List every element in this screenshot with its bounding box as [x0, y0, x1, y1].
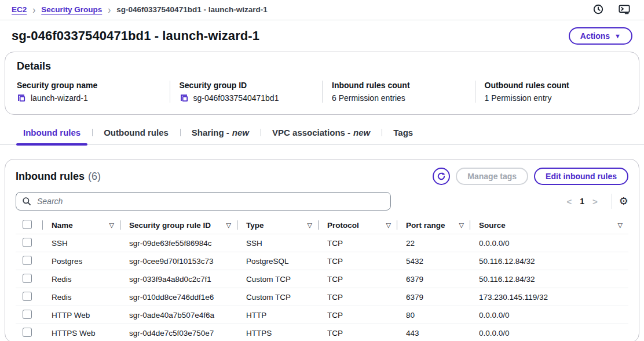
cell-port-range: 6379 — [397, 293, 470, 302]
rule-count: (6) — [88, 170, 101, 182]
cell-rule-id: sgr-033f9a4a8d0c2c7f1 — [120, 275, 237, 284]
breadcrumb-link-security-groups[interactable]: Security Groups — [41, 5, 102, 14]
cell-source: 50.116.12.84/32 — [470, 257, 628, 266]
filter-icon[interactable]: ▽ — [383, 222, 391, 229]
cell-rule-id: sgr-09de63fe55f86984c — [120, 239, 237, 248]
cell-protocol: TCP — [318, 275, 397, 284]
detail-security-group-id: Security group ID sg-046f0337540471bd1 — [170, 81, 323, 103]
select-all-checkbox[interactable] — [23, 220, 32, 229]
divider — [612, 194, 612, 209]
cell-protocol: TCP — [318, 311, 397, 320]
tab-vpc-associations[interactable]: VPC associations -new — [261, 123, 382, 144]
inbound-rules-panel: Inbound rules(6) Manage tags Edit inboun… — [5, 159, 639, 341]
cell-type: PostgreSQL — [237, 257, 318, 266]
details-card: Details Security group name launch-wizar… — [5, 52, 639, 115]
filter-icon[interactable]: ▽ — [106, 222, 114, 229]
cell-name: SSH — [42, 239, 120, 248]
tab-tags[interactable]: Tags — [382, 123, 425, 144]
breadcrumb-link-ec2[interactable]: EC2 — [12, 5, 27, 14]
actions-button[interactable]: Actions ▼ — [569, 27, 632, 45]
breadcrumb: EC2 › Security Groups › sg-046f033754047… — [12, 5, 268, 14]
column-header-protocol[interactable]: Protocol▽ — [318, 216, 397, 234]
panel-title: Inbound rules(6) — [16, 170, 101, 183]
manage-tags-button[interactable]: Manage tags — [456, 168, 528, 185]
cell-type: Custom TCP — [237, 275, 318, 284]
tab-outbound-rules[interactable]: Outbound rules — [92, 123, 180, 144]
detail-value: 6 Permission entries — [332, 93, 405, 103]
cell-protocol: TCP — [318, 329, 397, 338]
edit-inbound-rules-button[interactable]: Edit inbound rules — [534, 168, 628, 185]
breadcrumb-bar: EC2 › Security Groups › sg-046f033754047… — [0, 0, 644, 20]
column-header-rule-id[interactable]: Security group rule ID▽ — [120, 216, 237, 234]
row-checkbox[interactable] — [23, 274, 32, 283]
next-page-icon[interactable]: > — [587, 197, 603, 206]
detail-value: launch-wizard-1 — [31, 93, 88, 103]
filter-icon[interactable]: ▽ — [304, 222, 312, 229]
detail-inbound-rules-count: Inbound rules count 6 Permission entries — [322, 81, 475, 103]
table-row: Postgres sgr-0cee9d70f10153c73 PostgreSQ… — [16, 252, 628, 270]
cell-type: Custom TCP — [237, 293, 318, 302]
column-header-type[interactable]: Type▽ — [237, 216, 318, 234]
row-checkbox[interactable] — [23, 328, 32, 337]
gear-icon[interactable]: ⚙ — [619, 196, 628, 206]
copy-icon[interactable] — [180, 93, 189, 103]
column-header-name[interactable]: Name▽ — [42, 216, 120, 234]
detail-label: Security group ID — [180, 81, 316, 90]
caret-down-icon: ▼ — [614, 32, 621, 39]
page-number[interactable]: 1 — [577, 197, 587, 206]
details-heading: Details — [17, 60, 627, 72]
row-checkbox[interactable] — [23, 292, 32, 301]
cell-name: HTTPS Web — [42, 329, 120, 338]
cell-port-range: 5432 — [397, 257, 470, 266]
cell-port-range: 80 — [397, 311, 470, 320]
row-checkbox[interactable] — [23, 310, 32, 319]
search-box — [16, 192, 391, 211]
filter-icon[interactable]: ▽ — [456, 222, 464, 229]
detail-value: sg-046f0337540471bd1 — [193, 93, 279, 103]
cell-type: HTTPS — [237, 329, 318, 338]
cell-protocol: TCP — [318, 257, 397, 266]
filter-icon[interactable]: ▽ — [614, 222, 623, 229]
cell-name: Postgres — [42, 257, 120, 266]
cell-port-range: 6379 — [397, 275, 470, 284]
breadcrumb-current: sg-046f0337540471bd1 - launch-wizard-1 — [116, 5, 267, 14]
tab-inbound-rules[interactable]: Inbound rules — [12, 123, 92, 144]
cell-protocol: TCP — [318, 239, 397, 248]
detail-label: Inbound rules count — [332, 81, 468, 90]
detail-label: Outbound rules count — [485, 81, 621, 90]
page-title: sg-046f0337540471bd1 - launch-wizard-1 — [12, 28, 259, 43]
copy-icon[interactable] — [17, 93, 26, 103]
filter-icon[interactable]: ▽ — [223, 222, 231, 229]
row-checkbox[interactable] — [23, 256, 32, 265]
cell-port-range: 22 — [397, 239, 470, 248]
table-row: Redis sgr-033f9a4a8d0c2c7f1 Custom TCP T… — [16, 270, 628, 288]
cloudshell-icon[interactable] — [619, 4, 630, 14]
cell-name: Redis — [42, 275, 120, 284]
cell-source: 0.0.0.0/0 — [470, 329, 628, 338]
previous-page-icon[interactable]: < — [561, 197, 578, 206]
refresh-button[interactable] — [433, 168, 450, 185]
cell-protocol: TCP — [318, 293, 397, 302]
detail-label: Security group name — [17, 81, 163, 90]
cell-source: 50.116.12.84/32 — [470, 275, 628, 284]
tab-sharing[interactable]: Sharing -new — [180, 123, 261, 144]
clock-icon[interactable] — [593, 4, 603, 14]
cell-rule-id: sgr-0ade40a7b507e4f6a — [120, 311, 237, 320]
detail-security-group-name: Security group name launch-wizard-1 — [17, 81, 170, 103]
breadcrumb-separator-icon: › — [108, 3, 111, 15]
cell-name: HTTP Web — [42, 311, 120, 320]
cell-name: Redis — [42, 293, 120, 302]
column-header-port-range[interactable]: Port range▽ — [397, 216, 470, 234]
cell-source: 0.0.0.0/0 — [470, 239, 628, 248]
column-header-source[interactable]: Source▽ — [470, 216, 628, 234]
cell-port-range: 443 — [397, 329, 470, 338]
table-row: SSH sgr-09de63fe55f86984c SSH TCP 22 0.0… — [16, 234, 628, 252]
cell-source: 173.230.145.119/32 — [470, 293, 628, 302]
table-row: HTTP Web sgr-0ade40a7b507e4f6a HTTP TCP … — [16, 306, 628, 324]
detail-value: 1 Permission entry — [485, 93, 552, 103]
cell-rule-id: sgr-0d4de7c5f03e750e7 — [120, 329, 237, 338]
tab-bar: Inbound rules Outbound rules Sharing -ne… — [0, 123, 644, 145]
cell-rule-id: sgr-0cee9d70f10153c73 — [120, 257, 237, 266]
search-input[interactable] — [36, 196, 385, 206]
row-checkbox[interactable] — [23, 238, 32, 247]
